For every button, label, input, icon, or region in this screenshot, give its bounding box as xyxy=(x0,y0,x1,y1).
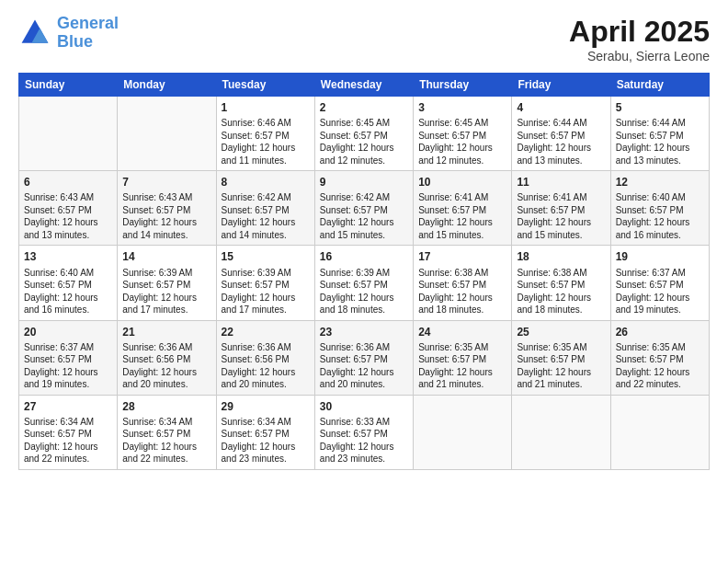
calendar-cell: 16Sunrise: 6:39 AMSunset: 6:57 PMDayligh… xyxy=(314,246,413,320)
sunrise-text: Sunrise: 6:43 AM xyxy=(24,191,112,204)
calendar-cell: 23Sunrise: 6:36 AMSunset: 6:57 PMDayligh… xyxy=(314,320,413,395)
day-header-thursday: Thursday xyxy=(414,74,512,97)
page: General Blue April 2025 Serabu, Sierra L… xyxy=(0,0,728,563)
calendar-table: SundayMondayTuesdayWednesdayThursdayFrid… xyxy=(18,73,710,470)
sunset-text: Sunset: 6:57 PM xyxy=(24,353,112,366)
sunrise-text: Sunrise: 6:44 AM xyxy=(517,117,605,130)
daylight-text: Daylight: 12 hours and 13 minutes. xyxy=(616,142,704,167)
sunrise-text: Sunrise: 6:45 AM xyxy=(418,117,506,130)
calendar-cell: 25Sunrise: 6:35 AMSunset: 6:57 PMDayligh… xyxy=(512,320,610,395)
logo-general: General xyxy=(57,14,119,32)
day-number: 9 xyxy=(320,175,408,190)
daylight-text: Daylight: 12 hours and 21 minutes. xyxy=(517,366,605,391)
sunset-text: Sunset: 6:57 PM xyxy=(222,204,310,217)
day-header-saturday: Saturday xyxy=(610,74,709,97)
day-number: 29 xyxy=(222,399,310,414)
day-number: 6 xyxy=(24,175,112,190)
sunset-text: Sunset: 6:57 PM xyxy=(320,353,408,366)
daylight-text: Daylight: 12 hours and 19 minutes. xyxy=(24,366,112,391)
calendar-cell: 30Sunrise: 6:33 AMSunset: 6:57 PMDayligh… xyxy=(314,395,413,469)
calendar-subtitle: Serabu, Sierra Leone xyxy=(569,49,710,63)
day-header-friday: Friday xyxy=(512,74,610,97)
sunrise-text: Sunrise: 6:37 AM xyxy=(616,267,704,280)
sunrise-text: Sunrise: 6:35 AM xyxy=(517,341,605,354)
day-number: 3 xyxy=(418,100,506,115)
calendar-cell: 5Sunrise: 6:44 AMSunset: 6:57 PMDaylight… xyxy=(610,97,709,171)
sunset-text: Sunset: 6:56 PM xyxy=(122,353,210,366)
daylight-text: Daylight: 12 hours and 18 minutes. xyxy=(320,292,408,316)
sunset-text: Sunset: 6:57 PM xyxy=(616,130,704,143)
sunset-text: Sunset: 6:57 PM xyxy=(517,279,605,292)
calendar-cell: 19Sunrise: 6:37 AMSunset: 6:57 PMDayligh… xyxy=(610,246,709,320)
daylight-text: Daylight: 12 hours and 20 minutes. xyxy=(122,366,210,391)
daylight-text: Daylight: 12 hours and 23 minutes. xyxy=(222,441,310,465)
sunrise-text: Sunrise: 6:36 AM xyxy=(320,341,408,354)
calendar-cell: 18Sunrise: 6:38 AMSunset: 6:57 PMDayligh… xyxy=(512,246,610,320)
daylight-text: Daylight: 12 hours and 14 minutes. xyxy=(222,216,310,241)
day-number: 1 xyxy=(222,100,310,115)
sunrise-text: Sunrise: 6:40 AM xyxy=(24,267,112,280)
calendar-cell: 22Sunrise: 6:36 AMSunset: 6:56 PMDayligh… xyxy=(216,320,314,395)
day-number: 15 xyxy=(222,249,310,264)
sunrise-text: Sunrise: 6:46 AM xyxy=(222,117,310,130)
daylight-text: Daylight: 12 hours and 17 minutes. xyxy=(122,292,210,316)
day-number: 26 xyxy=(616,325,704,339)
sunset-text: Sunset: 6:57 PM xyxy=(222,279,310,292)
calendar-cell: 28Sunrise: 6:34 AMSunset: 6:57 PMDayligh… xyxy=(118,395,216,469)
calendar-week-row: 6Sunrise: 6:43 AMSunset: 6:57 PMDaylight… xyxy=(19,171,710,246)
sunset-text: Sunset: 6:57 PM xyxy=(122,204,210,217)
sunset-text: Sunset: 6:57 PM xyxy=(320,428,408,441)
calendar-cell xyxy=(118,97,216,171)
sunset-text: Sunset: 6:57 PM xyxy=(122,279,210,292)
logo-blue: Blue xyxy=(57,32,93,51)
sunrise-text: Sunrise: 6:37 AM xyxy=(24,341,112,354)
day-number: 30 xyxy=(320,399,408,414)
sunrise-text: Sunrise: 6:39 AM xyxy=(222,267,310,280)
sunrise-text: Sunrise: 6:41 AM xyxy=(418,191,506,204)
sunset-text: Sunset: 6:57 PM xyxy=(418,279,506,292)
sunset-text: Sunset: 6:57 PM xyxy=(222,428,310,441)
logo-text: General Blue xyxy=(57,15,119,52)
sunrise-text: Sunrise: 6:34 AM xyxy=(122,416,210,429)
daylight-text: Daylight: 12 hours and 18 minutes. xyxy=(517,292,605,316)
sunrise-text: Sunrise: 6:45 AM xyxy=(320,117,408,130)
daylight-text: Daylight: 12 hours and 22 minutes. xyxy=(122,441,210,465)
logo-icon xyxy=(18,17,51,50)
day-number: 7 xyxy=(122,175,210,190)
sunrise-text: Sunrise: 6:39 AM xyxy=(320,267,408,280)
daylight-text: Daylight: 12 hours and 11 minutes. xyxy=(222,142,310,167)
daylight-text: Daylight: 12 hours and 14 minutes. xyxy=(122,216,210,241)
sunset-text: Sunset: 6:57 PM xyxy=(24,428,112,441)
calendar-cell: 29Sunrise: 6:34 AMSunset: 6:57 PMDayligh… xyxy=(216,395,314,469)
day-number: 19 xyxy=(616,249,704,264)
day-number: 28 xyxy=(122,399,210,414)
daylight-text: Daylight: 12 hours and 13 minutes. xyxy=(24,216,112,241)
daylight-text: Daylight: 12 hours and 16 minutes. xyxy=(24,292,112,316)
calendar-cell: 20Sunrise: 6:37 AMSunset: 6:57 PMDayligh… xyxy=(19,320,118,395)
day-number: 17 xyxy=(418,249,506,264)
day-number: 18 xyxy=(517,249,605,264)
daylight-text: Daylight: 12 hours and 12 minutes. xyxy=(320,142,408,167)
daylight-text: Daylight: 12 hours and 13 minutes. xyxy=(517,142,605,167)
daylight-text: Daylight: 12 hours and 19 minutes. xyxy=(616,292,704,316)
daylight-text: Daylight: 12 hours and 21 minutes. xyxy=(418,366,506,391)
sunset-text: Sunset: 6:57 PM xyxy=(24,204,112,217)
sunrise-text: Sunrise: 6:38 AM xyxy=(418,267,506,280)
calendar-cell: 9Sunrise: 6:42 AMSunset: 6:57 PMDaylight… xyxy=(314,171,413,246)
sunrise-text: Sunrise: 6:35 AM xyxy=(616,341,704,354)
sunset-text: Sunset: 6:57 PM xyxy=(517,204,605,217)
sunset-text: Sunset: 6:57 PM xyxy=(418,130,506,143)
day-number: 5 xyxy=(616,100,704,115)
day-header-monday: Monday xyxy=(118,74,216,97)
sunrise-text: Sunrise: 6:39 AM xyxy=(122,267,210,280)
day-number: 21 xyxy=(122,325,210,339)
daylight-text: Daylight: 12 hours and 18 minutes. xyxy=(418,292,506,316)
calendar-cell: 24Sunrise: 6:35 AMSunset: 6:57 PMDayligh… xyxy=(414,320,512,395)
daylight-text: Daylight: 12 hours and 20 minutes. xyxy=(320,366,408,391)
day-number: 12 xyxy=(616,175,704,190)
sunset-text: Sunset: 6:57 PM xyxy=(616,204,704,217)
day-number: 13 xyxy=(24,249,112,264)
daylight-text: Daylight: 12 hours and 20 minutes. xyxy=(222,366,310,391)
sunset-text: Sunset: 6:57 PM xyxy=(24,279,112,292)
day-number: 8 xyxy=(222,175,310,190)
